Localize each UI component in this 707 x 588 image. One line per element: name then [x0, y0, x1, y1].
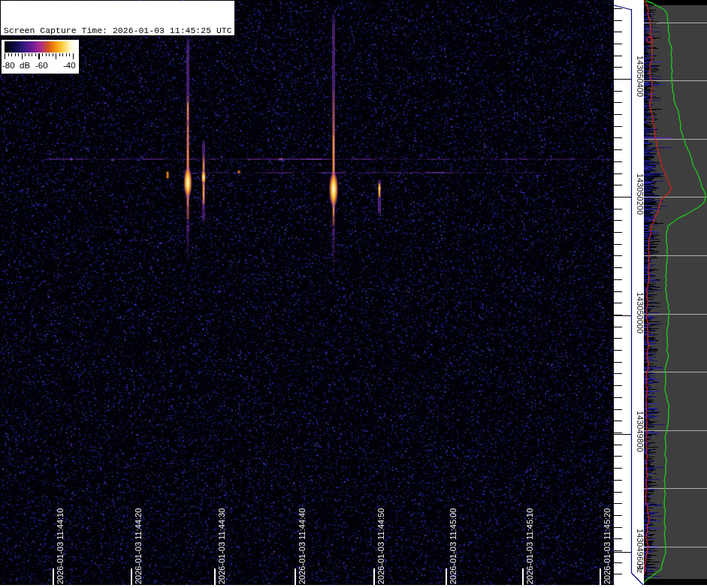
time-tick: [446, 568, 447, 586]
color-gradient-bar: [5, 41, 76, 53]
config-text: Config = V8: [4, 92, 234, 104]
time-label: 2026-01-03 11:44:10: [56, 508, 65, 584]
time-label: 2026-01-03 11:45:00: [449, 508, 458, 584]
time-tick: [131, 568, 132, 586]
color-scale-legend: -80 dB -60 -40: [2, 40, 79, 74]
freq-label: 143050000: [634, 292, 645, 333]
time-label: 2026-01-03 11:44:50: [376, 508, 385, 584]
time-label: 2026-01-03 11:45:10: [525, 508, 534, 584]
freq-label: 143050400: [634, 56, 645, 97]
time-tick: [295, 568, 296, 586]
scale-label-60: -60: [35, 61, 48, 70]
time-tick: [214, 568, 216, 586]
freq-label: 143049800: [634, 411, 645, 452]
scale-label-db: dB: [20, 61, 30, 70]
time-tick: [373, 568, 375, 586]
scale-major-ticks: [5, 53, 76, 59]
freq-unit-label: Hz: [634, 563, 645, 573]
scale-label-80: -80: [2, 61, 15, 70]
capture-time-text: Screen Capture Time: 2026-01-03 11:45:25…: [4, 25, 234, 36]
freq-label: 143050200: [634, 173, 645, 215]
time-label: 2026-01-03 11:45:20: [603, 508, 612, 584]
time-label: 2026-01-03 11:44:30: [217, 508, 226, 584]
time-tick: [53, 568, 54, 586]
info-box: Screen Capture Time: 2026-01-03 11:45:25…: [1, 1, 234, 35]
time-label: 2026-01-03 11:44:40: [298, 508, 307, 584]
time-tick: [522, 568, 524, 586]
time-label: 2026-01-03 11:44:20: [134, 508, 143, 584]
scale-label-40: -40: [63, 61, 76, 70]
time-tick: [600, 568, 601, 586]
screen-capture: Screen Capture Time: 2026-01-03 11:45:25…: [0, 0, 707, 588]
